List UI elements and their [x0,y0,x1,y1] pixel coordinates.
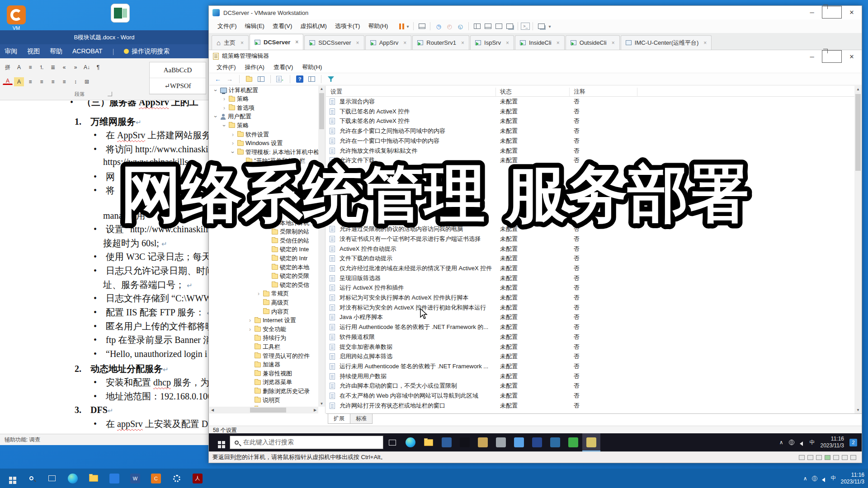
manage-snapshots-button[interactable]: ◵ [455,21,466,31]
settings-row[interactable]: 下载未签名的 ActiveX 控件未配置否 [326,117,854,126]
tree-item-Inte[interactable]: ›Inte [247,174,273,183]
chevron-down-icon[interactable]: › [221,123,227,128]
task-view-icon[interactable] [42,469,62,488]
tree-item-计算机配置[interactable]: ›计算机配置 [213,86,258,94]
close-button[interactable]: ✕ [842,6,862,19]
show-library-button[interactable] [472,21,482,31]
server-manager-icon[interactable] [438,433,456,451]
settings-row[interactable]: 持续使用用户数据未配置否 [326,372,854,381]
word-icon[interactable]: W [125,469,146,488]
minimize-button[interactable]: ─ [802,6,822,19]
tree-item-锁定的受信[interactable]: 锁定的受信 [264,281,309,289]
task-view-icon[interactable] [383,433,401,451]
settings-row[interactable]: 没有证书或只有一个证书时不提示进行客户端证书选择未配置否 [326,235,854,244]
vm-tab-RouterSrv1[interactable]: RouterSrv1× [412,35,469,50]
gpo-menu-查看(V)[interactable]: 查看(V) [270,62,297,72]
tree-item[interactable] [264,192,280,201]
settings-row[interactable]: 提交非加密表单数据未配置否 [326,343,854,352]
scroll-up-icon[interactable]: ▲ [854,87,862,91]
free-stretch-button[interactable] [536,21,547,31]
tree-item-Internet 设置[interactable]: ›Internet 设置 [247,316,296,325]
sort-icon[interactable]: A↓ [82,63,92,72]
pinyin-guide-icon[interactable]: 拼 [3,63,13,72]
style-item[interactable]: ↵WPSOf [150,78,206,94]
tree-item-受限制的站[interactable]: 受限制的站 [264,228,309,236]
increase-indent-icon[interactable]: » [71,63,80,72]
list-vertical-scrollbar[interactable]: ▲ ▼ [854,86,862,413]
network-icon[interactable] [789,440,794,445]
vm-app-icon[interactable]: C [146,469,166,488]
character-border-icon[interactable]: A [14,63,24,72]
desktop-icon-excel-file[interactable] [108,4,133,23]
settings-row[interactable]: 允许在一个窗口中拖动不同域中的内容未配置否 [326,137,854,146]
host-clock[interactable]: 11:16 2023/11/3 [841,472,865,485]
align-center-icon[interactable]: ≡ [37,77,47,86]
chevron-down-icon[interactable]: › [230,150,236,155]
ime-indicator[interactable]: 中 [831,474,836,482]
settings-gear-icon[interactable] [166,469,187,488]
cmd-icon[interactable] [456,433,474,451]
close-button[interactable]: ✕ [842,50,862,63]
start-button[interactable] [0,469,21,488]
show-thumbnails-button[interactable] [482,21,493,31]
settings-row[interactable]: 运行 ActiveX 控件和插件未配置否 [326,284,854,293]
settings-row[interactable] [326,206,854,215]
settings-row[interactable]: 运行用 Authenticode 签名的依赖于 .NET Framework 的… [326,323,854,332]
word-document-area[interactable]: • （三）服务器 AppSrv 上的工1. 万维网服务↵• 在 AppSrv 上… [0,100,208,434]
settings-row[interactable]: 允许在多个窗口之间拖动不同域中的内容未配置否 [326,127,854,136]
close-tab-icon[interactable]: × [241,40,244,46]
scroll-down-icon[interactable]: ▼ [854,408,862,412]
borders-icon[interactable]: ⊞ [82,77,92,86]
volume-icon[interactable] [800,440,804,445]
ribbon-tab-ACROBAT[interactable]: ACROBAT [72,47,103,56]
show-marks-icon[interactable]: ¶ [93,63,103,72]
tree-item-说明页[interactable]: 说明页 [247,396,280,404]
vm-tab-InsideCli[interactable]: InsideCli× [515,35,565,50]
settings-row[interactable]: 对标记为可安全执行脚本的 ActiveX 控件执行脚本未配置否 [326,294,854,303]
export-list-icon[interactable]: → [275,74,285,84]
tree-item-浏览器菜单[interactable]: 浏览器菜单 [247,378,292,387]
numbering-icon[interactable]: ⒈ [37,63,47,72]
settings-row[interactable]: 软件频道权限未配置否 [326,333,854,342]
iis-manager-icon[interactable] [510,433,528,451]
settings-row[interactable]: 呈现旧版筛选器未配置否 [326,274,854,283]
show-hide-panel-icon[interactable] [307,74,316,84]
tab-standard[interactable]: 标准 [350,414,373,424]
menu-编辑(E)[interactable]: 编辑(E) [241,20,269,32]
tree-item-受信任的站[interactable]: 受信任的站 [264,236,309,245]
close-tab-icon[interactable]: × [612,40,615,46]
tray-chevron-up-icon[interactable]: ∧ [803,475,807,482]
settings-row[interactable]: 显示混合内容未配置否 [326,98,854,107]
line-spacing-icon[interactable]: ↕ [71,77,80,86]
menu-虚拟机(M)[interactable]: 虚拟机(M) [296,20,331,32]
close-tab-icon[interactable]: × [557,40,560,46]
settings-row[interactable]: ActiveX 控件自动提示未配置否 [326,245,854,254]
settings-row[interactable]: Java 小程序脚本未配置否 [326,313,854,322]
style-item[interactable]: AaBbCcD [150,62,206,78]
vm-tab-IMC-U-Center(运维平台)[interactable]: IMC-U-Center(运维平台)× [621,35,712,50]
tab-extended[interactable]: 扩展 [328,414,350,424]
console-window-icon[interactable] [256,74,266,84]
tree-item-首选项[interactable]: ›首选项 [222,103,255,112]
hdd-icon[interactable] [799,455,805,460]
acrobat-icon[interactable]: 人 [187,469,208,488]
menu-选项卡(T)[interactable]: 选项卡(T) [331,20,364,32]
vm-start-button[interactable] [209,433,230,451]
monitor-tool-icon[interactable] [564,433,582,451]
gpo-menu-文件(F)[interactable]: 文件(F) [213,62,240,72]
close-tab-icon[interactable]: × [356,40,359,46]
tree-item[interactable] [264,210,280,218]
settings-row[interactable]: 允许拖放文件或复制/粘贴文件未配置否 [326,147,854,156]
chevron-right-icon[interactable]: › [230,131,236,138]
revert-snapshot-button[interactable]: ◴ [444,21,455,31]
tab-tell-me[interactable]: 操作说明搜索 [124,47,170,56]
close-tab-icon[interactable]: × [403,40,406,46]
decrease-indent-icon[interactable]: « [59,63,69,72]
close-tab-icon[interactable]: × [461,40,464,46]
settings-row[interactable]: 允许通过受限制的协议的活动内容访问我的电脑未配置否 [326,225,854,234]
cdrom-icon[interactable] [807,455,813,460]
tree-item-Windows 设置[interactable]: ›Windows 设置 [230,139,283,148]
shading-icon[interactable]: A [14,77,24,86]
settings-row[interactable] [326,186,854,195]
notification-badge[interactable]: 2 [849,439,857,446]
